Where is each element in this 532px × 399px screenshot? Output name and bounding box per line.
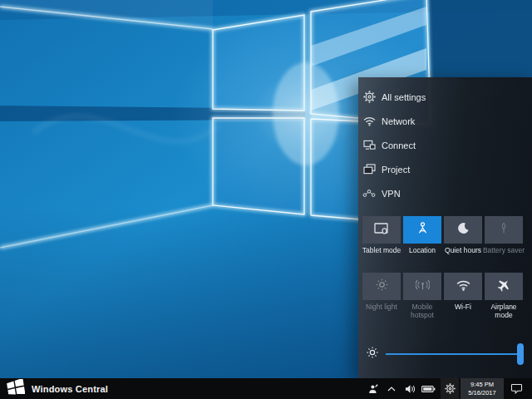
system-tray: 9:45 PM 5/16/2017 — [367, 378, 532, 399]
tile-wifi[interactable]: Wi-Fi — [444, 273, 482, 329]
clock-date: 5/16/2017 — [468, 389, 495, 397]
windows-logo-icon — [7, 379, 25, 399]
wifi-icon — [362, 115, 376, 128]
start-label: Windows Central — [32, 384, 108, 394]
quiet-hours-icon — [457, 222, 470, 238]
menu-item-label: All settings — [382, 92, 426, 102]
quick-settings-panel: All settings Network Connect Project — [358, 77, 532, 378]
tile-night-light-button[interactable] — [362, 273, 401, 300]
airplane-icon — [497, 278, 510, 295]
tile-location[interactable]: Location — [403, 216, 441, 273]
brightness-slider-row — [358, 339, 532, 369]
tile-label: Night light — [359, 303, 404, 311]
menu-item-label: VPN — [382, 189, 401, 199]
tile-battery-saver[interactable]: Battery saver — [485, 216, 523, 273]
sun-icon — [367, 347, 378, 362]
menu-item-all-settings[interactable]: All settings — [358, 85, 532, 109]
tile-label: Quiet hours — [441, 246, 485, 254]
tile-airplane-mode[interactable]: Airplane mode — [485, 273, 523, 329]
menu-item-label: Network — [382, 116, 415, 126]
volume-icon[interactable] — [403, 378, 416, 399]
wifi-icon — [456, 279, 470, 294]
action-center-icon[interactable] — [506, 378, 526, 399]
battery-saver-icon — [499, 222, 509, 238]
project-icon — [362, 163, 376, 176]
settings-menu: All settings Network Connect Project — [358, 85, 532, 205]
tile-label: Airplane mode — [481, 303, 526, 319]
vpn-icon — [362, 187, 376, 200]
clock-time: 9:45 PM — [470, 381, 494, 389]
chevron-up-icon[interactable] — [386, 378, 397, 399]
tile-night-light[interactable]: Night light — [362, 273, 401, 329]
tile-quiet-hours-button[interactable] — [444, 216, 482, 244]
menu-item-label: Project — [382, 165, 410, 175]
tile-label: Wi-Fi — [441, 303, 485, 311]
taskbar: Windows Central 9:45 PM 5/16/2017 — [0, 378, 532, 399]
tile-label: Tablet mode — [359, 246, 404, 254]
connect-icon — [362, 139, 376, 152]
start-button[interactable]: Windows Central — [0, 378, 108, 399]
tile-tablet-mode[interactable]: Tablet mode — [362, 216, 401, 273]
tile-mobile-hotspot-button[interactable] — [403, 273, 441, 300]
tile-mobile-hotspot[interactable]: Mobile hotspot — [403, 273, 441, 329]
gear-icon — [362, 91, 376, 104]
menu-item-vpn[interactable]: VPN — [358, 181, 532, 205]
night-light-icon — [376, 278, 388, 294]
tile-label: Battery saver — [481, 246, 526, 254]
tile-label: Location — [400, 246, 445, 254]
taskbar-clock[interactable]: 9:45 PM 5/16/2017 — [461, 378, 504, 399]
menu-item-network[interactable]: Network — [358, 109, 532, 133]
menu-item-connect[interactable]: Connect — [358, 133, 532, 157]
tile-tablet-mode-button[interactable] — [362, 216, 401, 244]
battery-icon[interactable] — [421, 378, 436, 399]
tile-quiet-hours[interactable]: Quiet hours — [444, 216, 482, 273]
menu-item-label: Connect — [382, 140, 416, 150]
menu-item-project[interactable]: Project — [358, 157, 532, 181]
tile-airplane-mode-button[interactable] — [485, 273, 523, 300]
tile-location-button[interactable] — [403, 216, 441, 244]
screen: All settings Network Connect Project — [0, 0, 532, 399]
gear-icon[interactable] — [441, 378, 459, 399]
tile-wifi-button[interactable] — [444, 273, 482, 300]
mobile-hotspot-icon — [416, 279, 430, 294]
brightness-slider[interactable] — [386, 353, 524, 355]
quick-action-tiles: Tablet mode Location Quiet hours — [362, 216, 523, 329]
tablet-mode-icon — [374, 223, 389, 238]
location-icon — [416, 222, 429, 238]
tile-battery-saver-button[interactable] — [485, 216, 523, 244]
brightness-slider-thumb[interactable] — [517, 343, 524, 365]
people-icon[interactable] — [367, 378, 380, 399]
tile-label: Mobile hotspot — [400, 303, 445, 319]
